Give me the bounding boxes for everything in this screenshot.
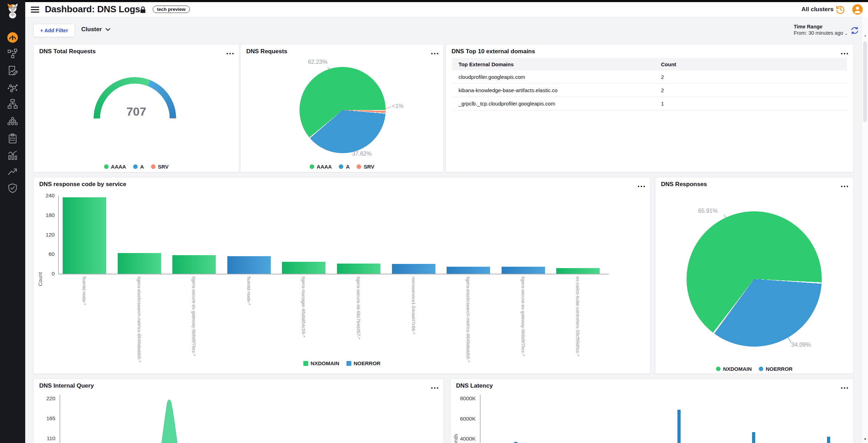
panel-menu-ellipsis-icon[interactable] [431, 50, 439, 56]
panel-dns-internal-query: DNS Internal Query 220165110 [33, 379, 444, 443]
gauge-arc[interactable] [94, 77, 176, 160]
panel-title: DNS response code by service [39, 181, 126, 188]
bar-NXDOMAIN[interactable] [172, 255, 216, 274]
latency-bar[interactable] [752, 432, 755, 443]
x-axis-category-label: es-calico-kube-controllers-56cf99d5cc-* [575, 277, 580, 356]
legend-item-NXDOMAIN[interactable]: NXDOMAIN [716, 366, 752, 372]
legend-label: A [140, 164, 144, 170]
gauge-legend: AAAAASRV [34, 164, 239, 170]
vertical-scrollbar[interactable]: ▲ ▼ [862, 17, 868, 443]
y-axis-line [480, 395, 481, 443]
left-nav-sidebar [0, 0, 25, 443]
x-axis-category-label: tigera-elasticsearch-metrics-6649dbddb5-… [137, 277, 142, 362]
history-icon[interactable] [835, 4, 846, 16]
dashboard-dns-logs-screen: Dashboard: DNS Logs tech preview All clu… [0, 0, 868, 443]
legend-item-NOERROR[interactable]: NOERROR [759, 366, 793, 372]
top-domains-tbody: cloudprofiler.googleapis.com2kibana-know… [452, 70, 847, 110]
panel-menu-ellipsis-icon[interactable] [226, 50, 234, 56]
x-axis-category-label: tigera-secure-es-gateway-6b9d9f7bcc-* [521, 277, 526, 356]
scrollbar-thumb[interactable] [863, 41, 867, 122]
bar-NXDOMAIN[interactable] [118, 253, 161, 274]
panel-title: DNS Requests [246, 48, 287, 55]
legend-item-AAAA[interactable]: AAAA [310, 164, 332, 170]
legend-label: SRV [158, 164, 169, 170]
sidebar-item-network-hierarchy[interactable] [7, 99, 18, 109]
legend-item-AAAA[interactable]: AAAA [104, 164, 126, 170]
panel-dns-latency: DNS Latency 8000K6000K4000K Microseconds [450, 379, 854, 443]
x-axis-category-label: fluentd-node-* [82, 277, 87, 305]
legend-item-SRV[interactable]: SRV [151, 164, 169, 170]
panel-dns-response-code-by-service: DNS response code by service Count fluen… [33, 177, 650, 374]
legend-item-NXDOMAIN[interactable]: NXDOMAIN [303, 360, 339, 366]
menu-icon[interactable] [31, 7, 39, 13]
legend-item-A[interactable]: A [133, 164, 144, 170]
panel-menu-ellipsis-icon[interactable] [841, 384, 848, 390]
bar-NOERROR[interactable] [502, 267, 545, 274]
scrollbar-up-arrow-icon[interactable]: ▲ [862, 34, 868, 37]
panel-menu-ellipsis-icon[interactable] [638, 183, 645, 189]
legend-label: NXDOMAIN [723, 366, 752, 372]
legend-label: NXDOMAIN [311, 360, 339, 366]
user-avatar-icon[interactable] [852, 4, 863, 16]
all-clusters-selector[interactable]: All clusters [801, 6, 834, 13]
sidebar-item-shield-check[interactable] [7, 183, 18, 193]
legend-item-NOERROR[interactable]: NOERROR [346, 360, 381, 366]
latency-bar[interactable] [514, 442, 517, 443]
y-tick-label: 6000K [456, 416, 476, 422]
table-row: cloudprofiler.googleapis.com2 [452, 70, 847, 84]
calico-cat-logo-icon[interactable] [5, 3, 20, 19]
legend-swatch-icon [133, 164, 138, 169]
bar-NXDOMAIN[interactable] [337, 264, 380, 274]
x-axis-category-label: tigera-elasticsearch-metrics-6649dbddb5-… [466, 277, 471, 362]
legend-item-SRV[interactable]: SRV [357, 164, 374, 170]
pie-dns-responses[interactable] [687, 211, 822, 347]
cluster-dropdown[interactable]: Cluster [81, 26, 110, 33]
sidebar-item-bar-stats[interactable] [7, 150, 18, 161]
bar-NOERROR[interactable] [447, 267, 490, 274]
bar-NOERROR[interactable] [392, 264, 435, 274]
pie-callout: 34.09% [791, 341, 811, 348]
panel-menu-ellipsis-icon[interactable] [841, 50, 848, 56]
legend-label: NOERROR [766, 366, 793, 372]
sidebar-item-node-cluster[interactable] [7, 116, 18, 127]
panel-title: DNS Responses [661, 181, 707, 188]
legend-swatch-icon [357, 164, 361, 169]
sidebar-item-clipboard[interactable] [7, 133, 18, 144]
x-axis-category-label: tigera-manager-65db854c59-* [301, 277, 306, 337]
bar-NOERROR[interactable] [227, 256, 271, 274]
panel-dns-requests: DNS Requests 62.23% 37.62% <1% AAAAASRV [240, 44, 444, 172]
sidebar-item-document-edit[interactable] [7, 65, 18, 76]
sidebar-item-dashboards[interactable] [7, 32, 19, 43]
cell-domain: _grpclb._tcp.cloudprofiler.googleapis.co… [452, 101, 661, 107]
legend-swatch-icon [339, 164, 343, 169]
panel-menu-ellipsis-icon[interactable] [841, 183, 848, 189]
latency-bar[interactable] [827, 437, 830, 443]
latency-bar[interactable] [677, 410, 681, 443]
top-domains-table: Top External Domains Count cloudprofiler… [452, 58, 847, 110]
refresh-icon[interactable] [850, 26, 859, 36]
scrollbar-down-arrow-icon[interactable]: ▼ [862, 437, 868, 441]
time-range-value[interactable]: From: 30 minutes ago ⌄ [794, 30, 848, 36]
legend-swatch-icon [303, 361, 308, 366]
sidebar-item-topology[interactable] [7, 48, 18, 59]
legend-label: AAAA [111, 164, 126, 170]
bar-NXDOMAIN[interactable] [63, 197, 106, 274]
bar-NXDOMAIN[interactable] [282, 262, 325, 274]
sidebar-item-molecule[interactable] [7, 82, 18, 93]
y-axis-line [58, 196, 59, 274]
area-spike[interactable] [34, 379, 443, 443]
sidebar-item-trend-arrow[interactable] [7, 166, 18, 177]
top-header-bar: Dashboard: DNS Logs tech preview All clu… [25, 2, 868, 17]
y-tick-label: 0 [39, 271, 55, 277]
legend-item-A[interactable]: A [339, 164, 350, 170]
y-tick-label: 180 [39, 212, 55, 218]
page-title: Dashboard: DNS Logs [45, 4, 140, 15]
cell-domain: cloudprofiler.googleapis.com [452, 74, 661, 80]
panel-title: DNS Total Requests [39, 48, 96, 55]
legend-swatch-icon [104, 164, 109, 169]
pie-dns-requests[interactable] [299, 67, 386, 153]
bar-NXDOMAIN[interactable] [556, 268, 600, 274]
column-header-domains: Top External Domains [452, 61, 661, 67]
add-filter-button[interactable]: + Add Filter [33, 24, 75, 37]
legend-label: AAAA [317, 164, 332, 170]
